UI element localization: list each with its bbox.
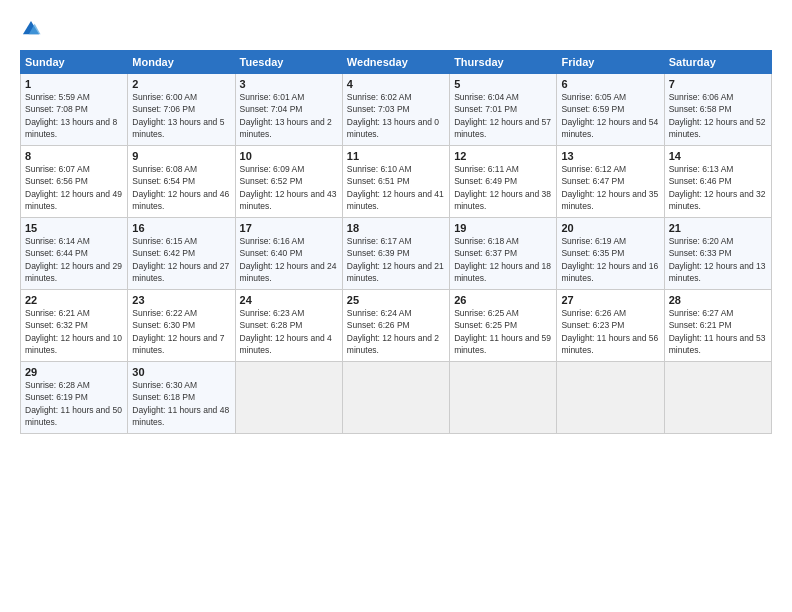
week-row-2: 8 Sunrise: 6:07 AMSunset: 6:56 PMDayligh… bbox=[21, 146, 772, 218]
day-number: 20 bbox=[561, 222, 659, 234]
day-info: Sunrise: 5:59 AMSunset: 7:08 PMDaylight:… bbox=[25, 92, 117, 139]
day-info: Sunrise: 6:22 AMSunset: 6:30 PMDaylight:… bbox=[132, 308, 224, 355]
week-row-5: 29 Sunrise: 6:28 AMSunset: 6:19 PMDaylig… bbox=[21, 362, 772, 434]
calendar-cell: 25 Sunrise: 6:24 AMSunset: 6:26 PMDaylig… bbox=[342, 290, 449, 362]
weekday-header-wednesday: Wednesday bbox=[342, 51, 449, 74]
day-info: Sunrise: 6:14 AMSunset: 6:44 PMDaylight:… bbox=[25, 236, 122, 283]
day-info: Sunrise: 6:01 AMSunset: 7:04 PMDaylight:… bbox=[240, 92, 332, 139]
calendar-cell: 16 Sunrise: 6:15 AMSunset: 6:42 PMDaylig… bbox=[128, 218, 235, 290]
day-number: 11 bbox=[347, 150, 445, 162]
calendar-cell: 22 Sunrise: 6:21 AMSunset: 6:32 PMDaylig… bbox=[21, 290, 128, 362]
calendar-cell: 24 Sunrise: 6:23 AMSunset: 6:28 PMDaylig… bbox=[235, 290, 342, 362]
page: SundayMondayTuesdayWednesdayThursdayFrid… bbox=[0, 0, 792, 612]
day-info: Sunrise: 6:21 AMSunset: 6:32 PMDaylight:… bbox=[25, 308, 122, 355]
calendar-cell bbox=[664, 362, 771, 434]
day-info: Sunrise: 6:23 AMSunset: 6:28 PMDaylight:… bbox=[240, 308, 332, 355]
calendar-cell: 9 Sunrise: 6:08 AMSunset: 6:54 PMDayligh… bbox=[128, 146, 235, 218]
day-number: 16 bbox=[132, 222, 230, 234]
day-number: 18 bbox=[347, 222, 445, 234]
calendar-cell: 17 Sunrise: 6:16 AMSunset: 6:40 PMDaylig… bbox=[235, 218, 342, 290]
calendar-header: SundayMondayTuesdayWednesdayThursdayFrid… bbox=[21, 51, 772, 74]
day-info: Sunrise: 6:17 AMSunset: 6:39 PMDaylight:… bbox=[347, 236, 444, 283]
day-number: 24 bbox=[240, 294, 338, 306]
day-number: 19 bbox=[454, 222, 552, 234]
calendar-cell: 28 Sunrise: 6:27 AMSunset: 6:21 PMDaylig… bbox=[664, 290, 771, 362]
day-info: Sunrise: 6:18 AMSunset: 6:37 PMDaylight:… bbox=[454, 236, 551, 283]
calendar-cell: 15 Sunrise: 6:14 AMSunset: 6:44 PMDaylig… bbox=[21, 218, 128, 290]
calendar-cell: 3 Sunrise: 6:01 AMSunset: 7:04 PMDayligh… bbox=[235, 74, 342, 146]
day-number: 21 bbox=[669, 222, 767, 234]
day-number: 9 bbox=[132, 150, 230, 162]
calendar-cell: 29 Sunrise: 6:28 AMSunset: 6:19 PMDaylig… bbox=[21, 362, 128, 434]
calendar-cell: 5 Sunrise: 6:04 AMSunset: 7:01 PMDayligh… bbox=[450, 74, 557, 146]
calendar-cell: 23 Sunrise: 6:22 AMSunset: 6:30 PMDaylig… bbox=[128, 290, 235, 362]
day-info: Sunrise: 6:05 AMSunset: 6:59 PMDaylight:… bbox=[561, 92, 658, 139]
day-info: Sunrise: 6:25 AMSunset: 6:25 PMDaylight:… bbox=[454, 308, 551, 355]
weekday-header-sunday: Sunday bbox=[21, 51, 128, 74]
weekday-header-thursday: Thursday bbox=[450, 51, 557, 74]
calendar-cell: 14 Sunrise: 6:13 AMSunset: 6:46 PMDaylig… bbox=[664, 146, 771, 218]
day-number: 3 bbox=[240, 78, 338, 90]
calendar-cell: 30 Sunrise: 6:30 AMSunset: 6:18 PMDaylig… bbox=[128, 362, 235, 434]
day-number: 12 bbox=[454, 150, 552, 162]
weekday-header-friday: Friday bbox=[557, 51, 664, 74]
weekday-header-tuesday: Tuesday bbox=[235, 51, 342, 74]
day-info: Sunrise: 6:07 AMSunset: 6:56 PMDaylight:… bbox=[25, 164, 122, 211]
day-info: Sunrise: 6:04 AMSunset: 7:01 PMDaylight:… bbox=[454, 92, 551, 139]
day-info: Sunrise: 6:06 AMSunset: 6:58 PMDaylight:… bbox=[669, 92, 766, 139]
day-info: Sunrise: 6:02 AMSunset: 7:03 PMDaylight:… bbox=[347, 92, 439, 139]
day-info: Sunrise: 6:12 AMSunset: 6:47 PMDaylight:… bbox=[561, 164, 658, 211]
day-number: 22 bbox=[25, 294, 123, 306]
logo bbox=[20, 18, 46, 40]
day-info: Sunrise: 6:20 AMSunset: 6:33 PMDaylight:… bbox=[669, 236, 766, 283]
weekday-header-monday: Monday bbox=[128, 51, 235, 74]
day-number: 4 bbox=[347, 78, 445, 90]
day-number: 25 bbox=[347, 294, 445, 306]
calendar-cell: 8 Sunrise: 6:07 AMSunset: 6:56 PMDayligh… bbox=[21, 146, 128, 218]
day-info: Sunrise: 6:16 AMSunset: 6:40 PMDaylight:… bbox=[240, 236, 337, 283]
week-row-4: 22 Sunrise: 6:21 AMSunset: 6:32 PMDaylig… bbox=[21, 290, 772, 362]
day-number: 2 bbox=[132, 78, 230, 90]
day-number: 17 bbox=[240, 222, 338, 234]
calendar-cell: 2 Sunrise: 6:00 AMSunset: 7:06 PMDayligh… bbox=[128, 74, 235, 146]
calendar-cell: 12 Sunrise: 6:11 AMSunset: 6:49 PMDaylig… bbox=[450, 146, 557, 218]
day-info: Sunrise: 6:24 AMSunset: 6:26 PMDaylight:… bbox=[347, 308, 439, 355]
day-number: 23 bbox=[132, 294, 230, 306]
day-number: 28 bbox=[669, 294, 767, 306]
day-number: 8 bbox=[25, 150, 123, 162]
day-info: Sunrise: 6:00 AMSunset: 7:06 PMDaylight:… bbox=[132, 92, 224, 139]
calendar-cell: 6 Sunrise: 6:05 AMSunset: 6:59 PMDayligh… bbox=[557, 74, 664, 146]
calendar-table: SundayMondayTuesdayWednesdayThursdayFrid… bbox=[20, 50, 772, 434]
day-info: Sunrise: 6:30 AMSunset: 6:18 PMDaylight:… bbox=[132, 380, 229, 427]
day-number: 6 bbox=[561, 78, 659, 90]
day-info: Sunrise: 6:11 AMSunset: 6:49 PMDaylight:… bbox=[454, 164, 551, 211]
calendar-cell: 27 Sunrise: 6:26 AMSunset: 6:23 PMDaylig… bbox=[557, 290, 664, 362]
header bbox=[20, 18, 772, 40]
calendar-cell: 11 Sunrise: 6:10 AMSunset: 6:51 PMDaylig… bbox=[342, 146, 449, 218]
calendar-body: 1 Sunrise: 5:59 AMSunset: 7:08 PMDayligh… bbox=[21, 74, 772, 434]
calendar-cell: 7 Sunrise: 6:06 AMSunset: 6:58 PMDayligh… bbox=[664, 74, 771, 146]
day-info: Sunrise: 6:15 AMSunset: 6:42 PMDaylight:… bbox=[132, 236, 229, 283]
calendar-cell bbox=[235, 362, 342, 434]
calendar-cell: 26 Sunrise: 6:25 AMSunset: 6:25 PMDaylig… bbox=[450, 290, 557, 362]
day-info: Sunrise: 6:13 AMSunset: 6:46 PMDaylight:… bbox=[669, 164, 766, 211]
calendar-cell bbox=[342, 362, 449, 434]
weekday-header-saturday: Saturday bbox=[664, 51, 771, 74]
day-number: 7 bbox=[669, 78, 767, 90]
day-number: 5 bbox=[454, 78, 552, 90]
day-info: Sunrise: 6:08 AMSunset: 6:54 PMDaylight:… bbox=[132, 164, 229, 211]
day-info: Sunrise: 6:09 AMSunset: 6:52 PMDaylight:… bbox=[240, 164, 337, 211]
calendar-cell: 13 Sunrise: 6:12 AMSunset: 6:47 PMDaylig… bbox=[557, 146, 664, 218]
calendar-cell bbox=[450, 362, 557, 434]
day-info: Sunrise: 6:27 AMSunset: 6:21 PMDaylight:… bbox=[669, 308, 766, 355]
day-number: 26 bbox=[454, 294, 552, 306]
day-number: 15 bbox=[25, 222, 123, 234]
day-number: 27 bbox=[561, 294, 659, 306]
calendar-cell: 1 Sunrise: 5:59 AMSunset: 7:08 PMDayligh… bbox=[21, 74, 128, 146]
day-number: 13 bbox=[561, 150, 659, 162]
calendar-cell: 4 Sunrise: 6:02 AMSunset: 7:03 PMDayligh… bbox=[342, 74, 449, 146]
week-row-1: 1 Sunrise: 5:59 AMSunset: 7:08 PMDayligh… bbox=[21, 74, 772, 146]
logo-icon bbox=[20, 18, 42, 40]
calendar-cell: 19 Sunrise: 6:18 AMSunset: 6:37 PMDaylig… bbox=[450, 218, 557, 290]
day-info: Sunrise: 6:26 AMSunset: 6:23 PMDaylight:… bbox=[561, 308, 658, 355]
